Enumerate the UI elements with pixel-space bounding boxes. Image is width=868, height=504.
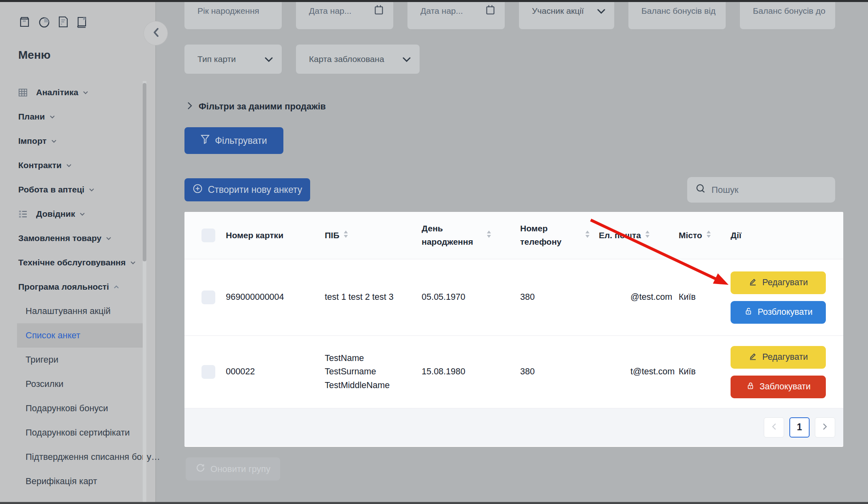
subitem-label: Подарункові сертифікати: [26, 427, 130, 438]
filter-button[interactable]: Фільтрувати: [184, 127, 283, 154]
cell-phone: 380: [520, 290, 599, 304]
unblock-button-label: Розблокувати: [758, 307, 813, 317]
block-button-label: Заблокувати: [760, 382, 811, 392]
chevron-right-icon: [823, 422, 827, 433]
sidebar-subitem-questionnaire-list[interactable]: Список анкет: [17, 323, 145, 348]
lock-icon: [746, 381, 755, 393]
sidebar-item-pharmacy-work[interactable]: Робота в аптеці: [0, 177, 156, 202]
search-icon: [695, 183, 706, 196]
filter-birth-date-to-input[interactable]: Дата нар...: [407, 0, 505, 29]
sidebar-item-label: Замовлення товару: [18, 233, 101, 243]
calendar-icon: [373, 4, 384, 18]
row-checkbox[interactable]: [201, 365, 215, 379]
sales-filters-label: Фільтри за даними продажів: [199, 101, 326, 112]
filter-card-type-select[interactable]: Тип карти: [184, 45, 282, 74]
document-icon[interactable]: [58, 15, 69, 28]
chevron-down-icon: [597, 6, 605, 16]
edit-button[interactable]: Редагувати: [731, 346, 826, 369]
sidebar-item-contracts[interactable]: Контракти: [0, 153, 156, 177]
sidebar-item-label: Аналітика: [36, 88, 78, 97]
sidebar-item-goods-order[interactable]: Замовлення товару: [0, 226, 156, 250]
select-all-checkbox[interactable]: [201, 229, 215, 242]
list-icon: [18, 210, 28, 218]
sort-icon[interactable]: [645, 229, 650, 242]
sidebar: Меню Аналітика Плани Імпорт Контракти Ро…: [0, 0, 156, 504]
pie-chart-icon[interactable]: [38, 15, 51, 28]
filter-promo-participant-select[interactable]: Учасник акції: [519, 0, 614, 29]
pagination-next-button[interactable]: [815, 417, 835, 438]
table-footer: 1: [184, 408, 843, 446]
sort-icon[interactable]: [706, 229, 711, 242]
filter-birth-date-from-input[interactable]: Дата нар...: [296, 0, 393, 29]
cell-name: test 1 test 2 test 3: [325, 290, 422, 304]
menu-title: Меню: [18, 49, 51, 62]
filter-birth-year-input[interactable]: Рік народження: [184, 0, 282, 29]
book-icon[interactable]: [76, 15, 88, 28]
unblock-button[interactable]: Розблокувати: [731, 301, 826, 324]
chevron-down-icon: [106, 237, 111, 240]
sidebar-item-label: Технічне обслуговування: [18, 258, 126, 267]
subitem-label: Список анкет: [26, 330, 80, 341]
sidebar-subitem-card-verification[interactable]: Верифікація карт: [17, 469, 145, 493]
filter-bonus-balance-to-input[interactable]: Баланс бонусів до: [740, 0, 835, 29]
cell-email: t@test.com: [599, 365, 675, 378]
column-header-city[interactable]: Місто: [679, 229, 731, 242]
sidebar-item-label: Контракти: [18, 160, 62, 170]
column-header-phone[interactable]: Номер телефону: [520, 222, 599, 248]
table-header: Номер картки ПІБ День народження Номер т…: [184, 212, 843, 259]
cell-birth-date: 15.08.1980: [422, 365, 520, 378]
column-header-card-number: Номер картки: [226, 229, 325, 242]
filter-card-blocked-select[interactable]: Карта заблокована: [296, 45, 420, 74]
sidebar-subitem-triggers[interactable]: Тригери: [17, 348, 145, 372]
sidebar-collapse-button[interactable]: [144, 21, 167, 45]
cell-phone: 380: [520, 365, 599, 378]
column-header-email[interactable]: Ел. пошта: [599, 229, 679, 242]
sidebar-subitem-gift-bonuses[interactable]: Подарункові бонуси: [17, 396, 145, 421]
plus-circle-icon: [193, 184, 203, 196]
sidebar-item-label: Довідник: [36, 209, 75, 219]
filter-bonus-balance-from-input[interactable]: Баланс бонусів від: [628, 0, 726, 29]
sidebar-item-plans[interactable]: Плани: [0, 105, 156, 129]
update-group-button[interactable]: Оновити групу: [186, 457, 280, 481]
sidebar-subitem-mailings[interactable]: Розсилки: [17, 372, 145, 396]
sidebar-scrollbar-thumb[interactable]: [143, 83, 146, 261]
subitem-label: Подарункові бонуси: [26, 403, 108, 414]
sort-icon[interactable]: [343, 229, 348, 242]
block-button[interactable]: Заблокувати: [731, 376, 826, 398]
sort-icon[interactable]: [585, 229, 590, 242]
sidebar-menu: Аналітика Плани Імпорт Контракти Робота …: [0, 80, 156, 493]
sidebar-item-loyalty-program[interactable]: Програма лояльності: [0, 275, 156, 299]
cell-city: Київ: [679, 365, 731, 378]
subitem-label: Підтвердження списання бону…: [26, 452, 160, 462]
table-row: 000022 TestName TestSurname TestMiddleNa…: [184, 336, 843, 408]
column-header-birth-date[interactable]: День народження: [422, 222, 520, 248]
sidebar-item-analytics[interactable]: Аналітика: [0, 80, 156, 105]
sidebar-item-import[interactable]: Імпорт: [0, 129, 156, 153]
sidebar-subitem-gift-certificates[interactable]: Подарункові сертифікати: [17, 421, 145, 445]
cell-city: Київ: [679, 290, 731, 304]
search-input[interactable]: Пошук: [687, 177, 835, 203]
chevron-down-icon: [79, 212, 85, 216]
create-questionnaire-button[interactable]: Створити нову анкету: [184, 178, 310, 201]
subitem-label: Налаштування акцій: [26, 306, 111, 316]
refresh-icon: [195, 463, 206, 475]
sidebar-item-maintenance[interactable]: Технічне обслуговування: [0, 250, 156, 275]
cell-card-number: 000022: [226, 365, 325, 378]
sidebar-item-directory[interactable]: Довідник: [0, 202, 156, 226]
chevron-down-icon: [51, 139, 57, 143]
column-header-name[interactable]: ПІБ: [325, 229, 422, 242]
top-edge-strip: [0, 0, 868, 2]
sort-icon[interactable]: [487, 229, 491, 242]
pagination-prev-button[interactable]: [764, 417, 784, 438]
row-checkbox[interactable]: [201, 290, 215, 304]
sidebar-subitem-bonus-writeoff-confirm[interactable]: Підтвердження списання бону…: [17, 445, 145, 469]
chevron-down-icon: [49, 115, 55, 119]
chevron-down-icon: [89, 188, 94, 192]
archive-icon[interactable]: [18, 15, 31, 28]
chevron-left-icon: [772, 422, 776, 433]
sidebar-item-label: Плани: [18, 112, 45, 122]
sidebar-subitem-promo-settings[interactable]: Налаштування акцій: [17, 299, 145, 323]
pagination-page-1[interactable]: 1: [789, 417, 810, 438]
edit-button[interactable]: Редагувати: [731, 271, 826, 294]
sales-filters-toggle[interactable]: Фільтри за даними продажів: [187, 101, 326, 112]
